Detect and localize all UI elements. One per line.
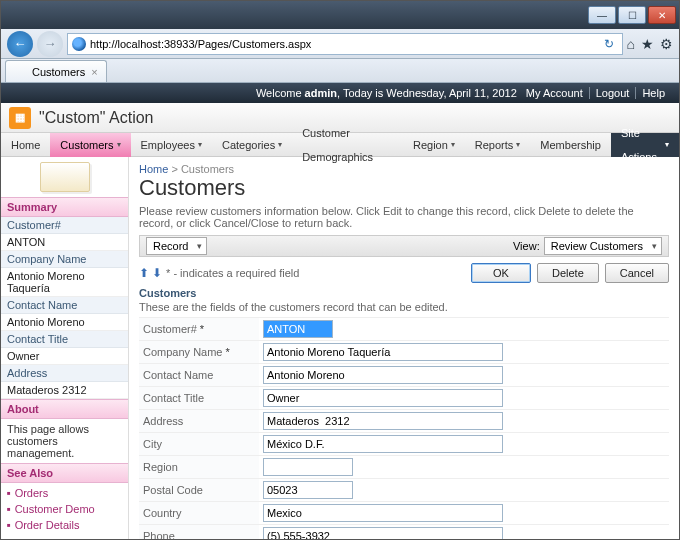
- record-dropdown[interactable]: Record: [146, 237, 207, 255]
- app-logo: ▦: [9, 107, 31, 129]
- menu-home[interactable]: Home: [1, 133, 50, 157]
- input-contact-name[interactable]: [263, 366, 503, 384]
- forward-button[interactable]: →: [37, 31, 63, 57]
- close-button[interactable]: ✕: [648, 6, 676, 24]
- summary-label-address: Address: [1, 365, 128, 382]
- menu-site-actions[interactable]: Site Actions▾: [611, 133, 679, 157]
- view-label: View:: [513, 240, 540, 252]
- home-icon[interactable]: ⌂: [627, 36, 635, 52]
- required-hint: * - indicates a required field: [166, 267, 299, 279]
- app-title: "Custom" Action: [39, 109, 154, 127]
- ie-icon: [72, 37, 86, 51]
- label-address: Address: [139, 410, 259, 433]
- label-region: Region: [139, 456, 259, 479]
- sidebar-illustration: [1, 157, 128, 197]
- link-logout[interactable]: Logout: [589, 87, 636, 99]
- welcome-user: admin: [305, 87, 337, 99]
- summary-value-company: Antonio Moreno Taquería: [1, 268, 128, 297]
- sidebar: Summary Customer# ANTON Company Name Ant…: [1, 157, 129, 539]
- chevron-down-icon: ▾: [451, 133, 455, 157]
- input-phone[interactable]: [263, 527, 503, 539]
- back-button[interactable]: ←: [7, 31, 33, 57]
- menu-employees[interactable]: Employees▾: [131, 133, 212, 157]
- browser-navbar: ← → http://localhost:38933/Pages/Custome…: [1, 29, 679, 59]
- input-customerid[interactable]: [263, 320, 333, 338]
- ok-button[interactable]: OK: [471, 263, 531, 283]
- chevron-down-icon: ▾: [198, 133, 202, 157]
- summary-value-contact-title: Owner: [1, 348, 128, 365]
- sidebar-heading-summary: Summary: [1, 197, 128, 217]
- summary-value-address: Mataderos 2312: [1, 382, 128, 399]
- chevron-down-icon: ▾: [665, 133, 669, 157]
- sidebar-link-customer-demo[interactable]: Customer Demo: [1, 501, 128, 517]
- menu-membership[interactable]: Membership: [530, 133, 611, 157]
- label-contact-name: Contact Name: [139, 364, 259, 387]
- view-dropdown[interactable]: Review Customers: [544, 237, 662, 255]
- chevron-down-icon: ▾: [516, 133, 520, 157]
- summary-value-customerid: ANTON: [1, 234, 128, 251]
- address-bar[interactable]: http://localhost:38933/Pages/Customers.a…: [67, 33, 623, 55]
- sidebar-link-order-details[interactable]: Order Details: [1, 517, 128, 533]
- sidebar-link-orders[interactable]: Orders: [1, 485, 128, 501]
- record-toolbar: Record View: Review Customers: [139, 235, 669, 257]
- welcome-bar: Welcome admin, Today is Wednesday, April…: [1, 83, 679, 103]
- titlebar: — ☐ ✕: [1, 1, 679, 29]
- sidebar-about-text: This page allows customers management.: [1, 419, 128, 463]
- next-record-icon[interactable]: ⬇: [152, 266, 162, 280]
- page-title: Customers: [139, 175, 669, 201]
- summary-value-contact-name: Antonio Moreno: [1, 314, 128, 331]
- welcome-prefix: Welcome: [256, 87, 305, 99]
- label-postal: Postal Code: [139, 479, 259, 502]
- sidebar-heading-about: About: [1, 399, 128, 419]
- favorites-icon[interactable]: ★: [641, 36, 654, 52]
- address-text: http://localhost:38933/Pages/Customers.a…: [90, 38, 311, 50]
- delete-button[interactable]: Delete: [537, 263, 599, 283]
- breadcrumb: Home > Customers: [139, 163, 669, 175]
- customer-form: Customer# Company Name Contact Name Cont…: [139, 317, 669, 539]
- required-line-top: ⬆ ⬇ * - indicates a required field OK De…: [139, 263, 669, 283]
- label-phone: Phone: [139, 525, 259, 540]
- link-help[interactable]: Help: [635, 87, 671, 99]
- menu-customers[interactable]: Customers▾: [50, 133, 130, 157]
- window-frame: — ☐ ✕ ← → http://localhost:38933/Pages/C…: [0, 0, 680, 540]
- input-contact-title[interactable]: [263, 389, 503, 407]
- label-contact-title: Contact Title: [139, 387, 259, 410]
- prev-record-icon[interactable]: ⬆: [139, 266, 149, 280]
- summary-label-customerid: Customer#: [1, 217, 128, 234]
- summary-label-company: Company Name: [1, 251, 128, 268]
- chevron-down-icon: ▾: [278, 133, 282, 157]
- input-city[interactable]: [263, 435, 503, 453]
- label-country: Country: [139, 502, 259, 525]
- label-city: City: [139, 433, 259, 456]
- tools-icon[interactable]: ⚙: [660, 36, 673, 52]
- tab-close-icon[interactable]: ×: [91, 66, 97, 78]
- input-company[interactable]: [263, 343, 503, 361]
- refresh-icon[interactable]: ↻: [600, 37, 618, 51]
- breadcrumb-home[interactable]: Home: [139, 163, 168, 175]
- summary-label-contact-title: Contact Title: [1, 331, 128, 348]
- breadcrumb-current: Customers: [181, 163, 234, 175]
- link-my-account[interactable]: My Account: [520, 87, 589, 99]
- menu-reports[interactable]: Reports▾: [465, 133, 531, 157]
- tab-title: Customers: [32, 66, 85, 78]
- tab-strip: Customers ×: [1, 59, 679, 83]
- menu-region[interactable]: Region▾: [403, 133, 465, 157]
- browser-tool-icons: ⌂ ★ ⚙: [627, 36, 673, 52]
- input-region[interactable]: [263, 458, 353, 476]
- cancel-button[interactable]: Cancel: [605, 263, 669, 283]
- menu-categories[interactable]: Categories▾: [212, 133, 292, 157]
- main-menu: Home Customers▾ Employees▾ Categories▾ C…: [1, 133, 679, 157]
- menu-customer-demographics[interactable]: Customer Demographics: [292, 133, 403, 157]
- summary-label-contact-name: Contact Name: [1, 297, 128, 314]
- page-instructions: Please review customers information belo…: [139, 205, 669, 229]
- label-customerid: Customer#: [139, 318, 259, 341]
- input-country[interactable]: [263, 504, 503, 522]
- minimize-button[interactable]: —: [588, 6, 616, 24]
- sidebar-heading-seealso: See Also: [1, 463, 128, 483]
- maximize-button[interactable]: ☐: [618, 6, 646, 24]
- browser-tab-customers[interactable]: Customers ×: [5, 60, 107, 82]
- input-postal[interactable]: [263, 481, 353, 499]
- welcome-date: , Today is Wednesday, April 11, 2012: [337, 87, 517, 99]
- chevron-down-icon: ▾: [117, 133, 121, 157]
- input-address[interactable]: [263, 412, 503, 430]
